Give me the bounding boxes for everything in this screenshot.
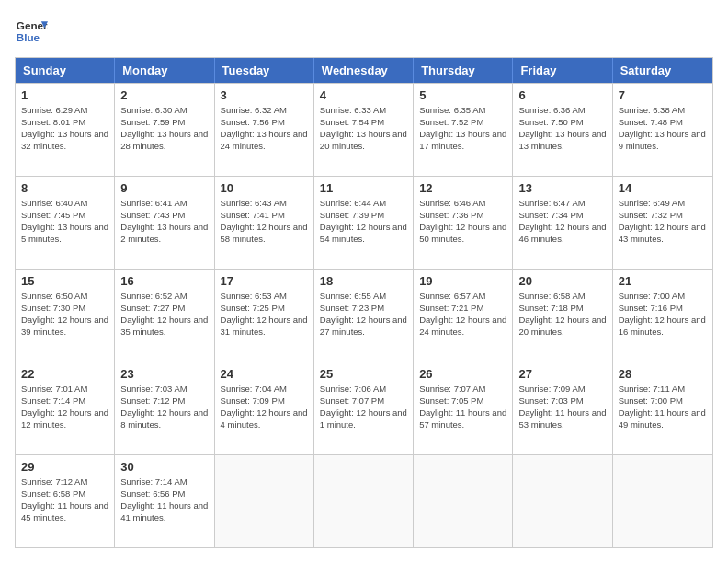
weekday-header-tuesday: Tuesday — [215, 58, 314, 83]
weekday-header-thursday: Thursday — [414, 58, 513, 83]
day-cell-16: 16Sunrise: 6:52 AM Sunset: 7:27 PM Dayli… — [115, 270, 214, 362]
day-info: Sunrise: 7:04 AM Sunset: 7:09 PM Dayligh… — [221, 384, 308, 431]
page: General Blue SundayMondayTuesdayWednesda… — [0, 0, 728, 563]
empty-cell — [613, 455, 712, 547]
week-row-5: 29Sunrise: 7:12 AM Sunset: 6:58 PM Dayli… — [16, 454, 712, 547]
day-info: Sunrise: 6:50 AM Sunset: 7:30 PM Dayligh… — [21, 291, 108, 338]
day-info: Sunrise: 7:00 AM Sunset: 7:16 PM Dayligh… — [619, 291, 707, 338]
day-number: 14 — [619, 180, 707, 197]
day-info: Sunrise: 6:32 AM Sunset: 7:56 PM Dayligh… — [221, 105, 308, 152]
week-row-1: 1Sunrise: 6:29 AM Sunset: 8:01 PM Daylig… — [16, 83, 712, 176]
day-info: Sunrise: 7:03 AM Sunset: 7:12 PM Dayligh… — [120, 384, 208, 431]
day-number: 3 — [221, 87, 308, 104]
day-number: 2 — [120, 87, 208, 104]
day-cell-13: 13Sunrise: 6:47 AM Sunset: 7:34 PM Dayli… — [513, 177, 612, 269]
day-cell-5: 5Sunrise: 6:35 AM Sunset: 7:52 PM Daylig… — [414, 84, 513, 176]
day-number: 8 — [21, 180, 108, 197]
day-number: 1 — [21, 87, 108, 104]
day-cell-7: 7Sunrise: 6:38 AM Sunset: 7:48 PM Daylig… — [613, 84, 712, 176]
week-row-2: 8Sunrise: 6:40 AM Sunset: 7:45 PM Daylig… — [16, 176, 712, 269]
day-info: Sunrise: 6:58 AM Sunset: 7:18 PM Dayligh… — [518, 291, 606, 338]
empty-cell — [513, 455, 612, 547]
day-cell-6: 6Sunrise: 6:36 AM Sunset: 7:50 PM Daylig… — [513, 84, 612, 176]
day-cell-15: 15Sunrise: 6:50 AM Sunset: 7:30 PM Dayli… — [16, 270, 115, 362]
day-cell-1: 1Sunrise: 6:29 AM Sunset: 8:01 PM Daylig… — [16, 84, 115, 176]
day-info: Sunrise: 7:11 AM Sunset: 7:00 PM Dayligh… — [619, 384, 707, 431]
day-cell-25: 25Sunrise: 7:06 AM Sunset: 7:07 PM Dayli… — [314, 362, 414, 454]
day-number: 4 — [320, 87, 407, 104]
day-cell-24: 24Sunrise: 7:04 AM Sunset: 7:09 PM Dayli… — [215, 362, 314, 454]
svg-text:General: General — [17, 19, 48, 31]
day-number: 27 — [518, 366, 606, 383]
day-number: 10 — [221, 180, 308, 197]
calendar-body: 1Sunrise: 6:29 AM Sunset: 8:01 PM Daylig… — [16, 83, 712, 547]
day-info: Sunrise: 6:30 AM Sunset: 7:59 PM Dayligh… — [120, 105, 208, 152]
day-cell-26: 26Sunrise: 7:07 AM Sunset: 7:05 PM Dayli… — [414, 362, 513, 454]
day-number: 6 — [518, 87, 606, 104]
day-info: Sunrise: 6:44 AM Sunset: 7:39 PM Dayligh… — [320, 198, 407, 245]
weekday-header-monday: Monday — [115, 58, 214, 83]
day-number: 26 — [419, 366, 506, 383]
header: General Blue — [15, 15, 713, 48]
day-info: Sunrise: 6:55 AM Sunset: 7:23 PM Dayligh… — [320, 291, 407, 338]
day-number: 9 — [120, 180, 208, 197]
day-info: Sunrise: 7:07 AM Sunset: 7:05 PM Dayligh… — [419, 384, 506, 431]
day-number: 17 — [221, 273, 308, 290]
day-cell-14: 14Sunrise: 6:49 AM Sunset: 7:32 PM Dayli… — [613, 177, 712, 269]
day-cell-27: 27Sunrise: 7:09 AM Sunset: 7:03 PM Dayli… — [513, 362, 612, 454]
day-info: Sunrise: 6:49 AM Sunset: 7:32 PM Dayligh… — [619, 198, 707, 245]
day-info: Sunrise: 7:12 AM Sunset: 6:58 PM Dayligh… — [21, 477, 108, 523]
day-number: 5 — [419, 87, 506, 104]
calendar: SundayMondayTuesdayWednesdayThursdayFrid… — [15, 57, 713, 548]
empty-cell — [414, 455, 513, 547]
generalblue-icon: General Blue — [15, 15, 48, 48]
empty-cell — [314, 455, 414, 547]
day-cell-3: 3Sunrise: 6:32 AM Sunset: 7:56 PM Daylig… — [215, 84, 314, 176]
day-number: 7 — [619, 87, 707, 104]
svg-text:Blue: Blue — [17, 31, 40, 43]
weekday-header-saturday: Saturday — [613, 58, 712, 83]
day-number: 12 — [419, 180, 506, 197]
day-number: 29 — [21, 459, 108, 476]
logo: General Blue — [15, 15, 48, 48]
day-cell-10: 10Sunrise: 6:43 AM Sunset: 7:41 PM Dayli… — [215, 177, 314, 269]
day-cell-29: 29Sunrise: 7:12 AM Sunset: 6:58 PM Dayli… — [16, 455, 115, 547]
weekday-header-sunday: Sunday — [16, 58, 115, 83]
day-number: 22 — [21, 366, 108, 383]
day-number: 21 — [619, 273, 707, 290]
day-cell-30: 30Sunrise: 7:14 AM Sunset: 6:56 PM Dayli… — [115, 455, 214, 547]
day-cell-11: 11Sunrise: 6:44 AM Sunset: 7:39 PM Dayli… — [314, 177, 414, 269]
day-info: Sunrise: 7:01 AM Sunset: 7:14 PM Dayligh… — [21, 384, 108, 431]
day-info: Sunrise: 7:06 AM Sunset: 7:07 PM Dayligh… — [320, 384, 407, 431]
day-info: Sunrise: 6:36 AM Sunset: 7:50 PM Dayligh… — [518, 105, 606, 152]
day-info: Sunrise: 6:41 AM Sunset: 7:43 PM Dayligh… — [120, 198, 208, 245]
day-info: Sunrise: 6:53 AM Sunset: 7:25 PM Dayligh… — [221, 291, 308, 338]
week-row-3: 15Sunrise: 6:50 AM Sunset: 7:30 PM Dayli… — [16, 269, 712, 362]
day-info: Sunrise: 6:57 AM Sunset: 7:21 PM Dayligh… — [419, 291, 506, 338]
day-info: Sunrise: 7:09 AM Sunset: 7:03 PM Dayligh… — [518, 384, 606, 431]
day-info: Sunrise: 6:33 AM Sunset: 7:54 PM Dayligh… — [320, 105, 407, 152]
day-number: 28 — [619, 366, 707, 383]
calendar-header: SundayMondayTuesdayWednesdayThursdayFrid… — [16, 58, 712, 83]
empty-cell — [215, 455, 314, 547]
day-info: Sunrise: 7:14 AM Sunset: 6:56 PM Dayligh… — [120, 477, 208, 523]
day-info: Sunrise: 6:46 AM Sunset: 7:36 PM Dayligh… — [419, 198, 506, 245]
day-info: Sunrise: 6:35 AM Sunset: 7:52 PM Dayligh… — [419, 105, 506, 152]
day-number: 25 — [320, 366, 407, 383]
day-cell-23: 23Sunrise: 7:03 AM Sunset: 7:12 PM Dayli… — [115, 362, 214, 454]
day-cell-18: 18Sunrise: 6:55 AM Sunset: 7:23 PM Dayli… — [314, 270, 414, 362]
day-number: 20 — [518, 273, 606, 290]
day-info: Sunrise: 6:29 AM Sunset: 8:01 PM Dayligh… — [21, 105, 108, 152]
day-cell-22: 22Sunrise: 7:01 AM Sunset: 7:14 PM Dayli… — [16, 362, 115, 454]
day-number: 18 — [320, 273, 407, 290]
weekday-header-wednesday: Wednesday — [314, 58, 414, 83]
day-cell-28: 28Sunrise: 7:11 AM Sunset: 7:00 PM Dayli… — [613, 362, 712, 454]
day-cell-21: 21Sunrise: 7:00 AM Sunset: 7:16 PM Dayli… — [613, 270, 712, 362]
day-cell-4: 4Sunrise: 6:33 AM Sunset: 7:54 PM Daylig… — [314, 84, 414, 176]
day-info: Sunrise: 6:40 AM Sunset: 7:45 PM Dayligh… — [21, 198, 108, 245]
day-number: 30 — [120, 459, 208, 476]
day-number: 24 — [221, 366, 308, 383]
day-number: 16 — [120, 273, 208, 290]
weekday-header-friday: Friday — [513, 58, 612, 83]
day-cell-20: 20Sunrise: 6:58 AM Sunset: 7:18 PM Dayli… — [513, 270, 612, 362]
